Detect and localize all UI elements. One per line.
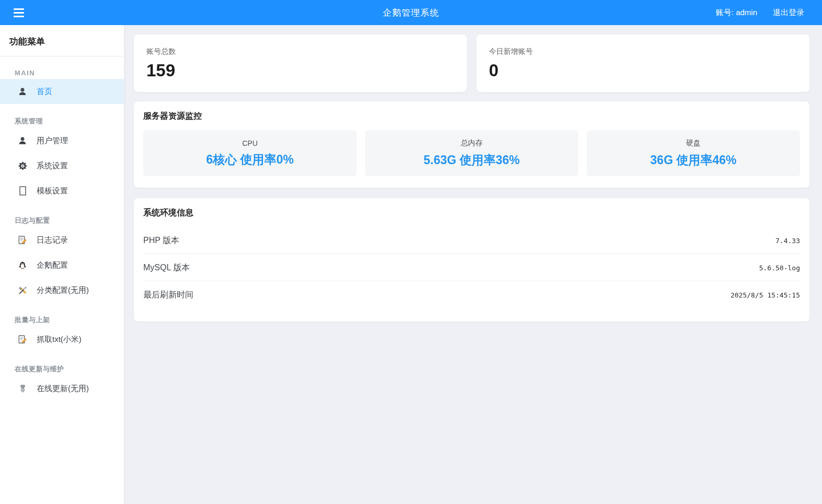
metric-memory: 总内存 5.63G 使用率36% [365,130,578,176]
stat-label: 今日新增账号 [489,47,797,56]
sidebar-item-label: 首页 [37,87,52,97]
env-row-mysql: MySQL 版本 5.6.50-log [143,254,800,281]
sidebar-item-template-settings[interactable]: 模板设置 [0,178,124,203]
sidebar-item-label: 分类配置(无用) [37,285,89,295]
metric-value: 5.63G 使用率36% [424,152,520,168]
env-value: 5.6.50-log [759,264,800,272]
sidebar-item-label: 用户管理 [37,136,68,146]
env-row-refresh-time: 最后刷新时间 2025/8/5 15:45:15 [143,281,800,308]
divider [0,56,124,56]
hamburger-menu-icon[interactable] [6,0,31,25]
stat-value: 0 [489,62,797,79]
penguin-icon [17,259,28,271]
sidebar-section-main: MAIN 首页 [0,69,124,104]
section-title: 系统环境信息 [143,208,800,219]
logout-button[interactable]: 退出登录 [773,8,804,18]
sidebar-section-batch: 批量与上架 抓取txt(小米) [0,315,124,352]
metric-label: 总内存 [461,139,483,148]
bolt-icon [17,383,28,394]
sidebar-section-label: 日志与配置 [0,216,124,227]
env-value: 2025/8/5 15:45:15 [730,291,800,299]
metric-label: CPU [242,139,258,147]
sidebar-item-home[interactable]: 首页 [0,79,124,104]
stat-card-new-today: 今日新增账号 0 [476,35,809,92]
app-title: 企鹅管理系统 [0,7,822,19]
hammer-wrench-icon [17,284,28,296]
sidebar-item-grab-txt[interactable]: 抓取txt(小米) [0,327,124,352]
section-title: 服务器资源监控 [143,111,800,122]
stat-card-total-accounts: 账号总数 159 [134,35,467,92]
sidebar-item-label: 企鹅配置 [37,260,68,270]
env-row-php: PHP 版本 7.4.33 [143,227,800,254]
sidebar-item-users[interactable]: 用户管理 [0,128,124,153]
main-content: 账号总数 159 今日新增账号 0 服务器资源监控 CPU 6核心 使用率0% … [124,25,822,322]
sidebar-section-label: MAIN [0,69,124,79]
sidebar-title: 功能菜单 [0,25,124,56]
env-label: 最后刷新时间 [143,290,193,301]
stat-label: 账号总数 [146,47,454,56]
system-env-card: 系统环境信息 PHP 版本 7.4.33 MySQL 版本 5.6.50-log… [134,198,809,322]
account-label: 账号: admin [716,8,757,18]
metric-row: CPU 6核心 使用率0% 总内存 5.63G 使用率36% 硬盘 36G 使用… [143,130,800,176]
sidebar-section-logs-config: 日志与配置 日志记录 企鹅配置 分类配置(无用) [0,216,124,303]
sidebar-section-label: 系统管理 [0,117,124,128]
stats-row: 账号总数 159 今日新增账号 0 [134,35,809,92]
top-header: 企鹅管理系统 账号: admin 退出登录 [0,0,822,25]
sidebar-item-label: 日志记录 [37,235,68,245]
server-monitor-card: 服务器资源监控 CPU 6核心 使用率0% 总内存 5.63G 使用率36% 硬… [134,101,809,188]
user-icon [17,135,28,146]
sidebar-item-label: 系统设置 [37,161,68,171]
sidebar-item-system-settings[interactable]: 系统设置 [0,153,124,178]
sidebar-item-label: 抓取txt(小米) [37,335,82,345]
sidebar-item-logs[interactable]: 日志记录 [0,227,124,253]
sidebar-section-label: 在线更新与维护 [0,364,124,376]
sidebar-item-label: 在线更新(无用) [37,384,89,394]
sidebar-item-online-update[interactable]: 在线更新(无用) [0,376,124,401]
metric-value: 36G 使用率46% [650,152,737,168]
gear-icon [17,160,28,171]
user-icon [17,86,28,97]
env-label: MySQL 版本 [143,262,190,273]
sidebar-section-system: 系统管理 用户管理 系统设置 模板设置 [0,117,124,203]
env-value: 7.4.33 [775,237,800,245]
sidebar-item-category-config[interactable]: 分类配置(无用) [0,278,124,303]
stat-value: 159 [146,62,454,79]
metric-cpu: CPU 6核心 使用率0% [143,130,357,176]
tofu-box-icon [17,185,28,197]
metric-label: 硬盘 [686,139,701,148]
memo-icon [17,234,28,246]
sidebar-item-penguin-config[interactable]: 企鹅配置 [0,253,124,278]
sidebar-item-label: 模板设置 [37,186,68,196]
env-label: PHP 版本 [143,235,179,246]
metric-value: 6核心 使用率0% [206,152,293,168]
memo-icon [17,334,28,345]
sidebar-section-update: 在线更新与维护 在线更新(无用) [0,364,124,401]
sidebar-section-label: 批量与上架 [0,315,124,327]
metric-disk: 硬盘 36G 使用率46% [587,130,800,176]
sidebar: 功能菜单 MAIN 首页 系统管理 用户管理 系统设置 [0,25,124,504]
